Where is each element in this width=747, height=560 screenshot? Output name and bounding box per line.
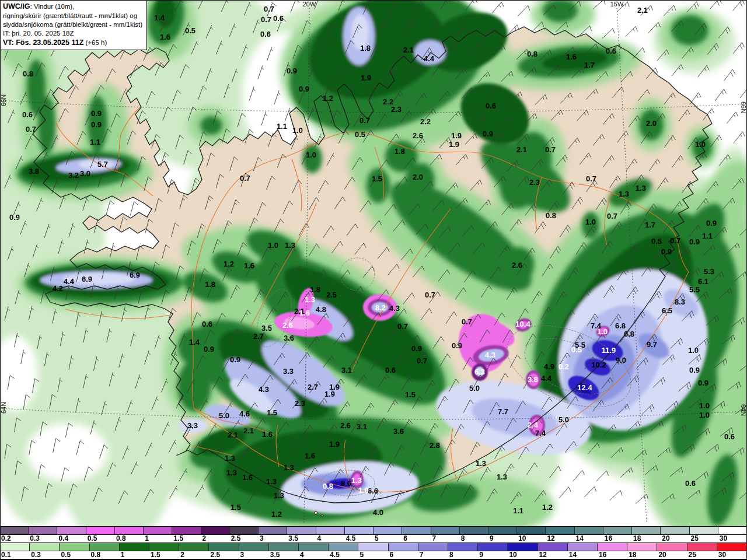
rain-colorbar-segment: [30, 543, 60, 551]
rain-colorbar-tick: 1: [120, 551, 125, 559]
snow-colorbar-segment: [57, 527, 86, 534]
rain-colorbar-tick: 0.8: [90, 551, 101, 559]
snow-colorbar-tick: 4.5: [345, 534, 356, 542]
rain-colorbar-tick: 0.1: [0, 551, 11, 559]
snow-colorbar-segment: [517, 527, 546, 534]
snow-colorbar-tick: 0.4: [57, 534, 68, 542]
title-line-1: UWC/IG: Vindur (10m),: [3, 2, 142, 12]
rain-colorbar-tick: 9: [478, 551, 483, 559]
snow-colorbar-segment: [172, 527, 201, 534]
snow-colorbar: [0, 526, 747, 535]
rain-colorbar-segment: [717, 543, 747, 551]
snow-colorbar-segment: [29, 527, 57, 534]
snow-colorbar-segment: [603, 527, 632, 534]
snow-colorbar-segment: [345, 527, 374, 534]
rain-colorbar-segment: [60, 543, 89, 551]
snow-colorbar-tick: 2: [201, 534, 207, 542]
title-line-5: VT: Fös. 23.05.2025 11Z (+65 h): [3, 38, 142, 48]
snow-colorbar-segment: [374, 527, 402, 534]
rain-colorbar-tick: 4: [299, 551, 304, 559]
snow-colorbar-tick: 10: [517, 534, 526, 542]
snow-colorbar-tick: 0.8: [115, 534, 126, 542]
snow-colorbar-segment: [144, 527, 172, 534]
rain-colorbar-segment: [418, 543, 448, 551]
rain-colorbar-tick: 30: [717, 551, 726, 559]
snow-colorbar-segment: [201, 527, 230, 534]
rain-colorbar-tick: 2: [179, 551, 184, 559]
rain-colorbar-tick: 2.5: [209, 551, 220, 559]
longitude-label: 20W: [303, 1, 316, 8]
rain-colorbar-segment: [478, 543, 508, 551]
latitude-label: 64N: [740, 404, 747, 416]
snow-colorbar-tick: 3: [259, 534, 264, 542]
title-box: UWC/IG: Vindur (10m), rigning/skúrir (gr…: [0, 0, 147, 50]
rain-colorbar-segment: [299, 543, 329, 551]
snow-colorbar-tick: 0.5: [86, 534, 97, 542]
rain-colorbar-tick: 12: [538, 551, 547, 559]
snow-colorbar-segment: [431, 527, 460, 534]
rain-colorbar-segment: [538, 543, 568, 551]
rain-colorbar-tick: 20: [657, 551, 666, 559]
rain-colorbar-segment: [239, 543, 269, 551]
rain-colorbar-segment: [90, 543, 120, 551]
snow-colorbar-tick: 0.3: [29, 534, 40, 542]
snow-colorbar-segment: [718, 527, 747, 534]
rain-colorbar-tick: 10: [508, 551, 516, 559]
snow-colorbar-segment: [259, 527, 287, 534]
latitude-label: 66N: [740, 102, 747, 113]
snow-colorbar-tick: 1.5: [172, 534, 183, 542]
rain-colorbar-tick: 14: [568, 551, 577, 559]
rain-colorbar-segment: [209, 543, 239, 551]
map-svg: [0, 0, 747, 526]
rain-colorbar-tick: 6: [389, 551, 394, 559]
rain-colorbar-ticks: 0.10.30.50.811.522.533.544.5567891012141…: [0, 551, 747, 559]
rain-colorbar-segment: [179, 543, 209, 551]
rain-colorbar-segment: [0, 543, 30, 551]
snow-colorbar-tick: 25: [690, 534, 699, 542]
snow-colorbar-tick: 9: [488, 534, 494, 542]
snow-colorbar-segment: [0, 527, 29, 534]
rain-colorbar-tick: 16: [598, 551, 606, 559]
snow-colorbar-tick: 6: [402, 534, 407, 542]
rain-colorbar-tick: 18: [627, 551, 636, 559]
snow-colorbar-segment: [86, 527, 115, 534]
rain-colorbar-segment: [568, 543, 598, 551]
rain-colorbar-segment: [389, 543, 418, 551]
rain-colorbar-segment: [448, 543, 478, 551]
rain-colorbar-tick: 8: [448, 551, 453, 559]
snow-colorbar-segment: [661, 527, 689, 534]
snow-colorbar-segment: [402, 527, 431, 534]
snow-colorbar-segment: [632, 527, 661, 534]
snow-colorbar-segment: [316, 527, 345, 534]
title-line-2: rigning/skúrir (grænt/blátt/rautt - mm/1…: [3, 12, 142, 20]
rain-colorbar-tick: 0.3: [30, 551, 41, 559]
rain-colorbar-segment: [508, 543, 537, 551]
snow-colorbar-tick: 0.2: [0, 534, 11, 542]
rain-colorbar-segment: [120, 543, 149, 551]
snow-colorbar-tick: 5: [374, 534, 379, 542]
rain-colorbar-segment: [329, 543, 358, 551]
snow-colorbar-segment: [230, 527, 259, 534]
snow-colorbar-tick: 18: [632, 534, 641, 542]
rain-colorbar-segment: [627, 543, 657, 551]
rain-colorbar-segment: [358, 543, 388, 551]
snow-colorbar-segment: [460, 527, 488, 534]
snow-colorbar-tick: 7: [431, 534, 436, 542]
rain-colorbar-tick: 4.5: [329, 551, 340, 559]
snow-colorbar-tick: 20: [661, 534, 669, 542]
rain-colorbar-segment: [598, 543, 627, 551]
snow-colorbar-segment: [690, 527, 718, 534]
rain-colorbar-tick: 5: [358, 551, 364, 559]
snow-colorbar-segment: [575, 527, 603, 534]
snow-colorbar-segment: [287, 527, 316, 534]
title-line-3: slydda/snjókoma (grátt/bleikt/grænt - mm…: [3, 20, 142, 29]
snow-colorbar-tick: 14: [575, 534, 584, 542]
weather-map: 0.80.60.70.93.83.23.05.71.10.90.91.41.60…: [0, 0, 747, 526]
snow-colorbar-tick: 12: [546, 534, 554, 542]
rain-colorbar-tick: 3: [239, 551, 245, 559]
snow-colorbar-segment: [546, 527, 574, 534]
snow-colorbar-tick: 2.5: [230, 534, 241, 542]
snow-colorbar-tick: 3.5: [287, 534, 298, 542]
rain-colorbar-tick: 7: [418, 551, 424, 559]
latitude-label: 64N: [0, 402, 7, 414]
